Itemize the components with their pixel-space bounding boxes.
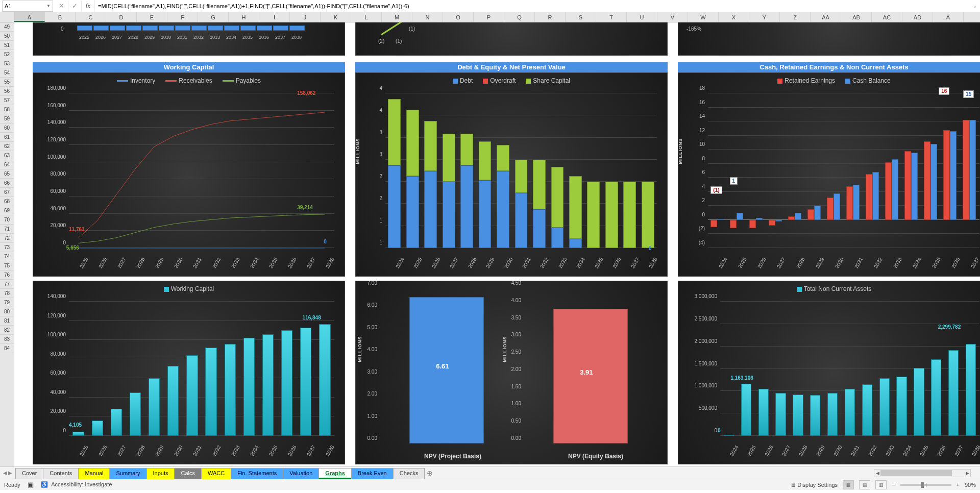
accessibility-status[interactable]: ♿ Accessibility: Investigate [41,481,112,488]
page-break-view-button[interactable]: ▥ [875,480,887,489]
sheet-tab[interactable]: Inputs [146,468,175,479]
column-header[interactable]: Z [780,12,811,22]
row-header[interactable]: 50 [0,32,14,41]
scrollbar-thumb[interactable] [880,470,952,476]
column-header[interactable]: I [259,12,290,22]
sheet-tab[interactable]: Summary [109,468,146,479]
row-header[interactable]: 79 [0,298,14,307]
sheet-tab[interactable]: Fin. Statements [231,468,283,479]
sheet-tab[interactable]: Checks [393,468,425,479]
row-header[interactable]: 66 [0,179,14,188]
zoom-level[interactable]: 90% [965,482,976,488]
zoom-in-button[interactable]: + [957,482,960,488]
chart-panel[interactable]: Total Non Current Assets0500,0001,000,00… [678,281,980,464]
row-header[interactable]: 53 [0,59,14,68]
scroll-left-icon[interactable]: ◀ [874,470,880,477]
column-header[interactable]: F [167,12,198,22]
accept-formula-button[interactable]: ✓ [68,1,82,12]
sheet-tab[interactable]: Valuation [283,468,319,479]
row-header[interactable]: 64 [0,160,14,169]
chart-panel[interactable]: Retained EarningsCash BalanceMILLIONS(4)… [678,72,980,277]
chart-panel[interactable]: DebtOverdraftShare CapitalMILLIONS112233… [355,72,668,277]
row-header[interactable]: 70 [0,215,14,225]
column-header[interactable]: AC [872,12,902,22]
column-header[interactable]: H [229,12,259,22]
macro-record-icon[interactable]: ▣ [28,481,34,488]
row-header[interactable]: 84 [0,344,14,353]
column-header[interactable]: L [351,12,382,22]
column-header[interactable]: P [474,12,504,22]
column-header[interactable]: V [657,12,688,22]
normal-view-button[interactable]: ▦ [843,480,854,489]
chart-panel[interactable]: Working Capital020,00040,00060,00080,000… [33,281,345,464]
row-header[interactable]: 72 [0,234,14,243]
column-header[interactable]: D [106,12,137,22]
row-header[interactable]: 51 [0,41,14,50]
zoom-slider[interactable] [900,484,951,486]
row-header[interactable]: 63 [0,151,14,160]
page-layout-view-button[interactable]: ▤ [859,480,870,489]
row-header[interactable]: 74 [0,252,14,261]
column-header[interactable]: G [198,12,229,22]
row-header[interactable]: 76 [0,270,14,280]
chart-fragment[interactable]: 0202520262027202820292030203120322033203… [33,22,345,56]
scroll-right-icon[interactable]: ▶ [964,470,970,477]
column-header[interactable]: A [933,12,964,22]
sheet-tab[interactable]: Manual [78,468,110,479]
column-header[interactable]: E [137,12,167,22]
column-header[interactable]: M [382,12,412,22]
sheet-tab[interactable]: Break Even [351,468,394,479]
column-header[interactable]: R [535,12,566,22]
sheet-tab[interactable]: Contents [43,468,79,479]
column-header[interactable]: T [596,12,627,22]
column-header[interactable]: W [688,12,719,22]
column-header[interactable]: X [719,12,749,22]
chevron-down-icon[interactable]: ▼ [46,4,51,8]
row-header[interactable]: 83 [0,335,14,344]
row-header[interactable]: 56 [0,87,14,96]
worksheet-canvas[interactable]: 0202520262027202820292030203120322033203… [14,22,980,466]
expand-formula-bar-button[interactable]: ⌄ [970,3,980,9]
row-header[interactable]: 49 [0,22,14,32]
row-header[interactable]: 81 [0,316,14,326]
column-header[interactable]: AA [811,12,841,22]
row-header[interactable]: 75 [0,261,14,270]
column-header[interactable]: AD [902,12,933,22]
tab-scroll-right-icon[interactable]: ▶ [8,470,12,476]
column-header[interactable]: U [627,12,657,22]
row-header[interactable]: 58 [0,105,14,114]
row-header[interactable]: 69 [0,206,14,215]
row-header[interactable]: 65 [0,169,14,179]
name-box[interactable]: A1 ▼ [2,1,53,12]
row-header[interactable]: 77 [0,280,14,289]
row-header[interactable]: 78 [0,289,14,298]
column-header[interactable]: C [76,12,106,22]
column-header[interactable]: Q [504,12,535,22]
row-header[interactable]: 73 [0,243,14,252]
column-header[interactable]: S [566,12,596,22]
row-header[interactable]: 57 [0,96,14,105]
row-header[interactable]: 82 [0,326,14,335]
row-header[interactable]: 54 [0,68,14,78]
column-header[interactable]: O [443,12,474,22]
column-header[interactable]: B [45,12,76,22]
add-sheet-button[interactable]: ⊕ [424,469,435,477]
row-header[interactable]: 52 [0,50,14,59]
formula-input[interactable] [95,1,970,12]
row-header[interactable]: 55 [0,78,14,87]
tab-scroll-left-icon[interactable]: ◀ [3,470,7,476]
row-header[interactable]: 80 [0,307,14,316]
row-header[interactable]: 60 [0,124,14,133]
chart-panel[interactable]: InventoryReceivablesPayables020,00040,00… [33,72,345,277]
column-header[interactable]: AB [841,12,872,22]
row-header[interactable]: 71 [0,225,14,234]
sheet-tab[interactable]: WACC [201,468,231,479]
column-header[interactable]: Y [749,12,780,22]
row-header[interactable]: 62 [0,142,14,151]
row-header[interactable]: 61 [0,133,14,142]
cancel-formula-button[interactable]: ✕ [55,1,68,12]
tab-scroll-nav[interactable]: ◀ ▶ [0,470,15,476]
sheet-tab[interactable]: Graphs [318,468,352,479]
sheet-tab[interactable]: Calcs [174,468,202,479]
column-header[interactable]: N [412,12,443,22]
